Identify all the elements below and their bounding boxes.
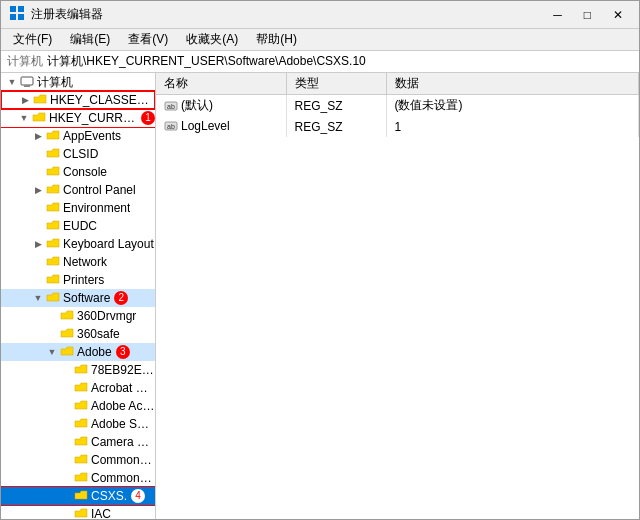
- adobe-sync-label: Adobe Synchronizer: [91, 417, 155, 431]
- tree-item-keyboard-layout[interactable]: Keyboard Layout: [1, 235, 155, 253]
- menu-favorites[interactable]: 收藏夹(A): [178, 29, 246, 50]
- common-150-label: Common 15.0: [91, 453, 155, 467]
- tree-item-control-panel[interactable]: Control Panel: [1, 181, 155, 199]
- expand-appevents: [31, 129, 45, 143]
- folder-icon-network: [45, 255, 61, 269]
- col-header-name: 名称: [156, 73, 286, 95]
- tree-item-78eb[interactable]: 78EB92E7742A: [1, 361, 155, 379]
- tree-item-console[interactable]: Console: [1, 163, 155, 181]
- expand-control-panel: [31, 183, 45, 197]
- software-badge: 2: [114, 291, 128, 305]
- tree-item-adobe-acrobat[interactable]: Adobe Acrobat: [1, 397, 155, 415]
- registry-values-panel: 名称 类型 数据 ab (默认) REG_SZ: [156, 73, 639, 519]
- expand-console: [31, 165, 45, 179]
- tree-item-camera-raw[interactable]: Camera Raw: [1, 433, 155, 451]
- tree-item-environment[interactable]: Environment: [1, 199, 155, 217]
- csxs-label: CSXS.: [91, 489, 127, 503]
- folder-icon-eudc: [45, 219, 61, 233]
- close-button[interactable]: ✕: [605, 6, 631, 24]
- adobe-acrobat-label: Adobe Acrobat: [91, 399, 155, 413]
- tree-item-clsid[interactable]: CLSID: [1, 145, 155, 163]
- table-row[interactable]: ab (默认) REG_SZ (数值未设置): [156, 95, 639, 117]
- computer-label: 计算机: [37, 74, 73, 91]
- menu-view[interactable]: 查看(V): [120, 29, 176, 50]
- tree-item-360safe[interactable]: 360safe: [1, 325, 155, 343]
- tree-item-hkcu[interactable]: HKEY_CURRENT_USER 1: [1, 109, 155, 127]
- svg-rect-5: [24, 85, 30, 87]
- content-area: 计算机 HKEY_CLASSES_ROOT HKEY_CURRENT_USER …: [1, 73, 639, 519]
- registry-table: 名称 类型 数据 ab (默认) REG_SZ: [156, 73, 639, 137]
- environment-label: Environment: [63, 201, 130, 215]
- svg-text:ab: ab: [167, 123, 175, 130]
- iac-label: IAC: [91, 507, 111, 519]
- tree-item-eudc[interactable]: EUDC: [1, 217, 155, 235]
- tree-item-commonfiles[interactable]: CommonFiles: [1, 469, 155, 487]
- csxs-badge: 4: [131, 489, 145, 503]
- 360safe-label: 360safe: [77, 327, 120, 341]
- folder-icon-console: [45, 165, 61, 179]
- tree-item-software[interactable]: Software 2: [1, 289, 155, 307]
- tree-item-printers[interactable]: Printers: [1, 271, 155, 289]
- printers-label: Printers: [63, 273, 104, 287]
- window-icon: [9, 5, 25, 24]
- tree-item-network[interactable]: Network: [1, 253, 155, 271]
- expand-computer: [5, 75, 19, 89]
- folder-icon-appevents: [45, 129, 61, 143]
- tree-item-hkey-classes-root[interactable]: HKEY_CLASSES_ROOT: [1, 91, 155, 109]
- software-label: Software: [63, 291, 110, 305]
- menu-help[interactable]: 帮助(H): [248, 29, 305, 50]
- folder-icon-software: [45, 291, 61, 305]
- hkcr-label: HKEY_CLASSES_ROOT: [50, 93, 154, 107]
- folder-icon-printers: [45, 273, 61, 287]
- registry-editor-window: 注册表编辑器 ─ □ ✕ 文件(F) 编辑(E) 查看(V) 收藏夹(A) 帮助…: [0, 0, 640, 520]
- folder-icon-commonfiles: [73, 471, 89, 485]
- reg-type-default: REG_SZ: [286, 95, 386, 117]
- folder-icon-adobe-sync: [73, 417, 89, 431]
- expand-commonfiles: [59, 471, 73, 485]
- folder-icon-common-150: [73, 453, 89, 467]
- tree-item-adobe-synchronizer[interactable]: Adobe Synchronizer: [1, 415, 155, 433]
- folder-icon-camera-raw: [73, 435, 89, 449]
- folder-icon-environment: [45, 201, 61, 215]
- address-bar: 计算机 计算机\HKEY_CURRENT_USER\Software\Adobe…: [1, 51, 639, 73]
- window-title: 注册表编辑器: [31, 6, 103, 23]
- folder-icon-hkcu: [31, 111, 47, 125]
- tree-item-common-150[interactable]: Common 15.0: [1, 451, 155, 469]
- menu-bar: 文件(F) 编辑(E) 查看(V) 收藏夹(A) 帮助(H): [1, 29, 639, 51]
- expand-software: [31, 291, 45, 305]
- title-bar: 注册表编辑器 ─ □ ✕: [1, 1, 639, 29]
- expand-360drvmgr: [45, 309, 59, 323]
- tree-item-iac[interactable]: IAC: [1, 505, 155, 519]
- expand-adobe: [45, 345, 59, 359]
- tree-item-adobe[interactable]: Adobe 3: [1, 343, 155, 361]
- menu-edit[interactable]: 编辑(E): [62, 29, 118, 50]
- tree-panel: 计算机 HKEY_CLASSES_ROOT HKEY_CURRENT_USER …: [1, 73, 156, 519]
- expand-environment: [31, 201, 45, 215]
- reg-type-loglevel: REG_SZ: [286, 117, 386, 137]
- reg-name-default: ab (默认): [156, 95, 286, 117]
- expand-hkcu: [17, 111, 31, 125]
- tree-item-acrobat-distiller[interactable]: Acrobat Distiller: [1, 379, 155, 397]
- tree-item-360drvmgr[interactable]: 360Drvmgr: [1, 307, 155, 325]
- tree-item-appevents[interactable]: AppEvents: [1, 127, 155, 145]
- expand-adobe-sync: [59, 417, 73, 431]
- menu-file[interactable]: 文件(F): [5, 29, 60, 50]
- eudc-label: EUDC: [63, 219, 97, 233]
- svg-rect-2: [10, 14, 16, 20]
- folder-icon-78eb: [73, 363, 89, 377]
- minimize-button[interactable]: ─: [545, 6, 570, 24]
- folder-icon-iac: [73, 507, 89, 519]
- maximize-button[interactable]: □: [576, 6, 599, 24]
- expand-78eb: [59, 363, 73, 377]
- expand-acrobat-distiller: [59, 381, 73, 395]
- expand-eudc: [31, 219, 45, 233]
- folder-icon-360safe: [59, 327, 75, 341]
- table-row[interactable]: ab LogLevel REG_SZ 1: [156, 117, 639, 137]
- svg-rect-3: [18, 14, 24, 20]
- computer-icon: [19, 75, 35, 89]
- tree-item-csxs[interactable]: CSXS. 4: [1, 487, 155, 505]
- folder-icon-360drvmgr: [59, 309, 75, 323]
- tree-item-computer[interactable]: 计算机: [1, 73, 155, 91]
- svg-rect-4: [21, 77, 33, 85]
- commonfiles-label: CommonFiles: [91, 471, 155, 485]
